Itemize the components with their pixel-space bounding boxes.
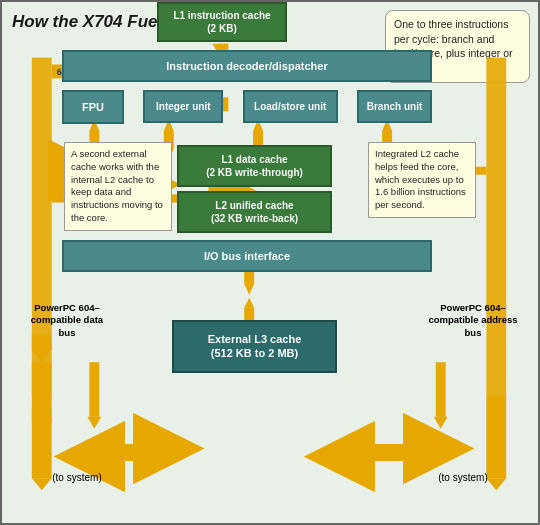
l1-instruction-label: L1 instruction cache(2 KB) bbox=[157, 2, 287, 42]
svg-marker-28 bbox=[244, 298, 254, 308]
l1-data-label: L1 data cache(2 KB write-through) bbox=[177, 145, 332, 187]
decoder-box: Instruction decoder/dispatcher bbox=[62, 50, 432, 82]
ext-l3-label: External L3 cache(512 KB to 2 MB) bbox=[172, 320, 337, 373]
branch-label: Branch unit bbox=[357, 90, 432, 123]
l2-unified-cache-box: L2 unified cache(32 KB write-back) bbox=[177, 185, 332, 233]
loadstore-label: Load/store unit bbox=[243, 90, 338, 123]
units-row: FPU Integer unit Load/store unit Branch … bbox=[62, 90, 432, 124]
svg-rect-37 bbox=[436, 362, 446, 417]
right-bus-label: PowerPC 604–compatible address bus bbox=[428, 302, 518, 339]
svg-marker-31 bbox=[32, 349, 52, 362]
integer-label: Integer unit bbox=[143, 90, 223, 123]
left-info-text: A second external cache works with the i… bbox=[71, 148, 163, 223]
left-info-box: A second external cache works with the i… bbox=[64, 142, 172, 231]
svg-marker-26 bbox=[244, 284, 254, 295]
svg-rect-32 bbox=[32, 362, 52, 422]
left-bus-label: PowerPC 604–compatible data bus bbox=[22, 302, 112, 339]
l1-data-cache-box: L1 data cache(2 KB write-through) bbox=[177, 145, 332, 187]
l2-unified-label: L2 unified cache(32 KB write-back) bbox=[177, 191, 332, 233]
integer-unit-box: Integer unit bbox=[143, 90, 223, 124]
svg-marker-43 bbox=[32, 395, 52, 409]
io-bus-box: I/O bus interface bbox=[62, 240, 432, 272]
svg-rect-44 bbox=[32, 409, 52, 478]
left-system-label: (to system) bbox=[32, 472, 122, 483]
svg-marker-34 bbox=[87, 417, 101, 429]
svg-rect-46 bbox=[486, 395, 506, 478]
right-info-box: Integrated L2 cache helps feed the core,… bbox=[368, 142, 476, 218]
right-system-label: (to system) bbox=[418, 472, 508, 483]
decoder-label: Instruction decoder/dispatcher bbox=[62, 50, 432, 82]
svg-rect-33 bbox=[89, 362, 99, 417]
l1-instruction-cache-box: L1 instruction cache(2 KB) bbox=[157, 2, 287, 42]
fpu-label: FPU bbox=[62, 90, 124, 124]
right-info-text: Integrated L2 cache helps feed the core,… bbox=[375, 148, 466, 210]
svg-rect-0 bbox=[32, 58, 52, 395]
fpu-box: FPU bbox=[62, 90, 124, 124]
svg-rect-35 bbox=[486, 58, 506, 395]
ext-l3-cache-box: External L3 cache(512 KB to 2 MB) bbox=[172, 320, 337, 373]
svg-marker-38 bbox=[434, 417, 448, 429]
io-bus-label: I/O bus interface bbox=[62, 240, 432, 272]
loadstore-unit-box: Load/store unit bbox=[243, 90, 338, 124]
branch-unit-box: Branch unit bbox=[357, 90, 432, 124]
diagram-container: How the X704 Fuels a Hot Core One to thr… bbox=[0, 0, 540, 525]
